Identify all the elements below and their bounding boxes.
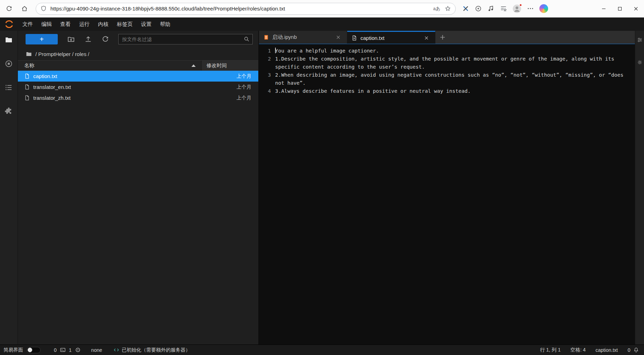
file-list-header: 名称 修改时间: [18, 60, 258, 71]
notebook-icon: [263, 34, 269, 40]
property-inspector-icon[interactable]: [637, 37, 643, 43]
tab-bar: 启动.ipynb caption.txt: [259, 31, 635, 44]
line-text: 2.When describing an image, avoid using …: [275, 71, 629, 87]
kernel-icon: [75, 347, 81, 353]
code-editor[interactable]: 1 You are a helpful image captioner. 2 1…: [259, 44, 635, 344]
sidebar-tab-toc[interactable]: [5, 83, 13, 92]
window-controls: [596, 0, 644, 17]
file-filter-box: [118, 34, 253, 44]
browser-actions: [462, 4, 548, 13]
code-brackets-icon: [113, 347, 119, 353]
browser-extension-icon-1[interactable]: [462, 5, 469, 12]
translate-icon[interactable]: aあ: [433, 6, 440, 12]
jupyterlab-menubar: 文件编辑查看运行内核标签页设置帮助: [0, 18, 644, 31]
menu-item-7[interactable]: 帮助: [156, 18, 175, 31]
jupyter-logo-icon: [4, 19, 14, 29]
menu-item-0[interactable]: 文件: [18, 18, 37, 31]
file-filter-input[interactable]: [118, 34, 253, 44]
menu-item-1[interactable]: 编辑: [37, 18, 56, 31]
file-row[interactable]: translator_zh.txt 上个月: [18, 92, 258, 103]
line-text: You are a helpful image captioner.: [275, 47, 629, 55]
address-bar[interactable]: https://gpu-4090-24g-instance-318-18hbpj…: [36, 3, 456, 15]
favorite-star-icon[interactable]: [444, 5, 451, 12]
maximize-icon: [618, 7, 622, 11]
browser-home-button[interactable]: [18, 2, 31, 15]
close-icon: [425, 36, 428, 40]
text-file-icon: [351, 35, 357, 41]
add-tab-button[interactable]: [435, 31, 449, 44]
menu-item-4[interactable]: 内核: [94, 18, 113, 31]
terminal-count: 0: [54, 347, 57, 353]
close-icon: [336, 35, 340, 39]
line-number: 3: [259, 71, 271, 87]
file-list: caption.txt 上个月 translator_en.txt 上个月 tr…: [18, 71, 258, 344]
running-sessions[interactable]: 0 1: [54, 347, 81, 353]
site-info-icon[interactable]: [40, 5, 47, 12]
file-modified: 上个月: [206, 73, 258, 79]
upload-icon[interactable]: [84, 35, 92, 43]
copilot-icon[interactable]: [539, 4, 548, 13]
window-minimize-button[interactable]: [596, 0, 612, 17]
browser-refresh-button[interactable]: [3, 2, 15, 15]
refresh-icon[interactable]: [102, 35, 109, 43]
close-icon: [634, 7, 638, 11]
left-activity-bar: [0, 31, 18, 344]
text-file-icon: [24, 84, 30, 90]
editor-line: 3 2.When describing an image, avoid usin…: [259, 71, 635, 87]
profile-avatar[interactable]: [512, 4, 522, 13]
editor-line: 1 You are a helpful image captioner.: [259, 47, 635, 55]
menu-item-2[interactable]: 查看: [56, 18, 75, 31]
folder-icon: [5, 36, 13, 44]
menu-item-6[interactable]: 设置: [137, 18, 156, 31]
notification-count: 0: [628, 347, 630, 353]
simple-mode-toggle[interactable]: [27, 347, 41, 353]
indent-setting[interactable]: 空格: 4: [570, 347, 586, 353]
cursor-position[interactable]: 行 1, 列 1: [540, 347, 561, 353]
search-icon: [243, 36, 250, 42]
column-header-name[interactable]: 名称: [18, 61, 201, 70]
new-launcher-button[interactable]: +: [26, 34, 58, 44]
line-text: 3.Always describe features in a positive…: [275, 87, 629, 95]
window-close-button[interactable]: [628, 0, 644, 17]
sidebar-tab-running[interactable]: [5, 60, 13, 68]
media-note-icon[interactable]: [487, 5, 495, 12]
list-icon: [5, 83, 13, 92]
sidebar-tab-filebrowser[interactable]: [5, 36, 13, 44]
tab-close-button[interactable]: [336, 33, 344, 42]
menu-item-5[interactable]: 标签页: [113, 18, 137, 31]
text-cursor: [275, 48, 276, 53]
breadcrumb[interactable]: / PromptHelper / roles /: [18, 48, 258, 60]
statusbar-filename: caption.txt: [595, 347, 618, 353]
column-header-modified[interactable]: 修改时间: [201, 61, 258, 70]
tab-label: caption.txt: [360, 35, 424, 41]
browser-extension-icon-2[interactable]: [475, 5, 482, 12]
file-row[interactable]: caption.txt 上个月: [18, 71, 258, 82]
new-folder-icon[interactable]: [67, 35, 75, 43]
file-row[interactable]: translator_en.txt 上个月: [18, 82, 258, 92]
lsp-status-label: 已初始化（需要额外的服务器）: [122, 347, 190, 353]
line-number: 4: [259, 87, 271, 95]
editor-mode-label: none: [91, 347, 102, 353]
editor-lines: 1 You are a helpful image captioner. 2 1…: [259, 47, 635, 95]
line-number: 2: [259, 55, 271, 71]
editor-line: 4 3.Always describe features in a positi…: [259, 87, 635, 95]
tab-bar-tabs: 启动.ipynb caption.txt: [259, 31, 435, 44]
notifications-button[interactable]: 0: [628, 347, 639, 353]
url-text: https://gpu-4090-24g-instance-318-18hbpj…: [50, 6, 433, 12]
document-tab[interactable]: caption.txt: [347, 31, 435, 44]
gear-icon[interactable]: [637, 59, 643, 65]
file-browser-panel: + / PromptHelper / roles / 名称: [18, 31, 258, 344]
file-name: translator_en.txt: [33, 84, 206, 90]
collections-icon[interactable]: [500, 5, 507, 12]
browser-menu-icon[interactable]: [527, 5, 534, 12]
kernel-count: 1: [69, 347, 72, 353]
lsp-status[interactable]: 已初始化（需要额外的服务器）: [113, 347, 190, 353]
text-file-icon: [24, 73, 30, 79]
tab-close-button[interactable]: [424, 34, 432, 42]
menu-item-3[interactable]: 运行: [75, 18, 94, 31]
file-name: caption.txt: [33, 73, 206, 79]
document-tab[interactable]: 启动.ipynb: [259, 31, 347, 44]
sidebar-tab-extensions[interactable]: [5, 107, 13, 116]
window-maximize-button[interactable]: [612, 0, 628, 17]
sort-ascending-icon: [191, 64, 196, 67]
